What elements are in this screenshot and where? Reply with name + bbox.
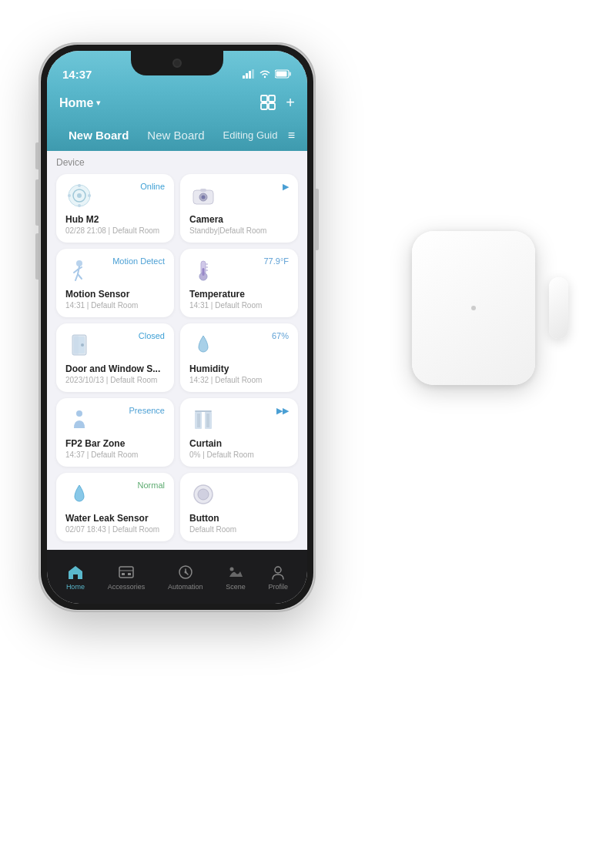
- header-actions: +: [259, 94, 295, 112]
- status-time: 14:37: [62, 68, 92, 81]
- device-card-motion[interactable]: Motion Detect Motion Sensor 14:31 | Defa…: [56, 249, 174, 317]
- tabs-bar: New Board New Board Editing Guid ≡: [47, 126, 307, 151]
- camera-icon: [189, 182, 217, 209]
- svg-rect-6: [290, 72, 292, 76]
- device-card-presence[interactable]: Presence FP2 Bar Zone 14:37 | Default Ro…: [56, 398, 174, 467]
- scene-nav-icon: [227, 564, 244, 581]
- curtain-name: Curtain: [189, 438, 289, 449]
- tab-new-board-2[interactable]: New Board: [138, 126, 213, 145]
- bottom-nav: Home Accessories: [47, 550, 307, 604]
- device-section: Device: [47, 151, 307, 550]
- phone-inner: 14:37: [41, 45, 313, 610]
- camera-status: ▶: [283, 182, 289, 192]
- humidity-info: 14:32 | Default Room: [189, 376, 289, 384]
- door-name: Door and Window S...: [65, 363, 165, 374]
- battery-icon: [275, 69, 292, 79]
- nav-profile-label: Profile: [269, 583, 289, 591]
- svg-rect-10: [261, 103, 267, 109]
- svg-rect-41: [195, 412, 202, 429]
- signal-icon: [243, 69, 255, 79]
- svg-rect-8: [261, 95, 267, 102]
- temp-name: Temperature: [189, 289, 289, 300]
- hub-body: [412, 231, 535, 385]
- water-info: 02/07 18:43 | Default Room: [65, 525, 165, 534]
- tab-new-board-1[interactable]: New Board: [59, 126, 138, 145]
- svg-rect-40: [195, 410, 212, 412]
- svg-line-27: [75, 274, 78, 280]
- device-card-camera[interactable]: ▶ Camera Standby|Default Room: [180, 174, 298, 243]
- device-card-temp[interactable]: 77.9°F Temperature 14:31 | Default Room: [180, 249, 298, 317]
- device-card-hub[interactable]: Online Hub M2 02/28 21:08 | Default Room: [56, 174, 174, 243]
- status-icons: [243, 69, 292, 79]
- presence-info: 14:37 | Default Room: [65, 450, 165, 459]
- app-header: Home ▾ +: [47, 88, 307, 126]
- device-card-curtain[interactable]: ▶▶ Curtain 0% | Default Room: [180, 398, 298, 467]
- svg-rect-0: [243, 75, 245, 79]
- svg-rect-9: [269, 95, 275, 102]
- tab-menu-icon[interactable]: ≡: [288, 129, 295, 142]
- svg-point-56: [275, 567, 281, 573]
- svg-rect-49: [119, 567, 133, 578]
- nav-scene-label: Scene: [226, 583, 246, 591]
- presence-status: Presence: [129, 406, 165, 415]
- svg-point-55: [230, 567, 234, 571]
- water-icon: [65, 481, 93, 508]
- motion-info: 14:31 | Default Room: [65, 301, 165, 310]
- nav-profile[interactable]: Profile: [269, 564, 289, 591]
- button-name: Button: [189, 513, 289, 524]
- motion-icon: [65, 256, 93, 284]
- tab-editing-guide[interactable]: Editing Guid: [214, 126, 287, 144]
- water-status: Normal: [138, 481, 165, 490]
- phone-shell: 14:37: [38, 42, 316, 612]
- device-card-button[interactable]: Button Default Room: [180, 473, 298, 541]
- section-label: Device: [56, 157, 298, 168]
- nav-automation[interactable]: Automation: [168, 564, 203, 591]
- accessories-nav-icon: [118, 564, 135, 581]
- curtain-status: ▶▶: [276, 406, 289, 416]
- nav-home[interactable]: Home: [66, 564, 85, 591]
- home-label: Home: [59, 96, 93, 110]
- add-icon[interactable]: +: [286, 94, 295, 112]
- nav-accessories[interactable]: Accessories: [108, 564, 146, 591]
- water-name: Water Leak Sensor: [65, 513, 165, 524]
- motion-status: Motion Detect: [112, 256, 165, 266]
- svg-point-16: [78, 204, 81, 207]
- camera-name: Camera: [189, 214, 289, 225]
- svg-point-39: [76, 410, 82, 417]
- home-nav-icon: [67, 564, 84, 581]
- front-camera: [172, 59, 182, 68]
- svg-point-21: [202, 196, 206, 199]
- curtain-icon: [189, 406, 217, 434]
- temp-status: 77.9°F: [263, 256, 289, 266]
- device-card-water[interactable]: Normal Water Leak Sensor 02/07 18:43 | D…: [56, 473, 174, 541]
- svg-rect-42: [205, 412, 212, 429]
- device-card-humidity[interactable]: 67% Humidity 14:32 | Default Room: [180, 323, 298, 392]
- wifi-icon: [259, 69, 271, 79]
- device-card-door[interactable]: Closed Door and Window S... 2023/10/13 |…: [56, 323, 174, 392]
- svg-point-14: [77, 193, 82, 198]
- hub-led: [471, 306, 476, 310]
- svg-rect-22: [200, 189, 206, 192]
- door-status: Closed: [139, 331, 165, 340]
- button-info: Default Room: [189, 525, 289, 534]
- profile-nav-icon: [270, 564, 286, 581]
- nav-scene[interactable]: Scene: [226, 564, 246, 591]
- svg-point-18: [88, 194, 91, 197]
- volume-up-button: [35, 179, 38, 226]
- curtain-info: 0% | Default Room: [189, 450, 289, 459]
- door-info: 2023/10/13 | Default Room: [65, 376, 165, 384]
- phone-screen: 14:37: [47, 51, 307, 604]
- hub-info: 02/28 21:08 | Default Room: [65, 226, 165, 235]
- hub-name: Hub M2: [65, 214, 165, 225]
- grid-icon[interactable]: [259, 94, 276, 111]
- scene: 14:37: [0, 0, 616, 844]
- svg-point-54: [184, 571, 186, 573]
- svg-point-4: [264, 76, 266, 78]
- presence-name: FP2 Bar Zone: [65, 438, 165, 449]
- app-content: 14:37: [47, 51, 307, 604]
- svg-rect-51: [122, 573, 125, 575]
- smart-hub-device: [412, 231, 554, 416]
- door-icon: [65, 331, 93, 359]
- home-title[interactable]: Home ▾: [59, 96, 100, 110]
- svg-rect-38: [72, 335, 79, 355]
